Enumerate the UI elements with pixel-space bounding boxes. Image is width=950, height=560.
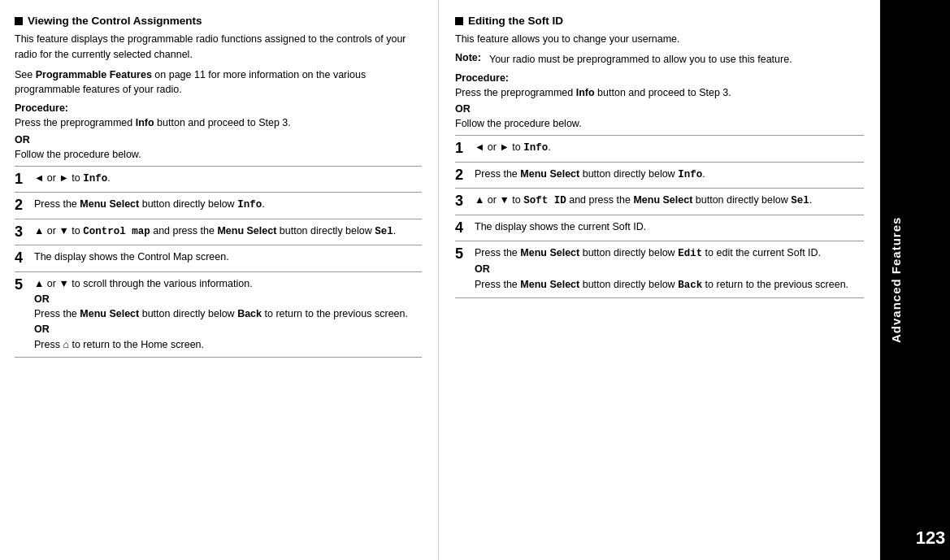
- left-column: Viewing the Control Assignments This fea…: [0, 0, 439, 560]
- step-num: 5: [15, 271, 34, 357]
- step-num: 1: [455, 136, 475, 163]
- left-or1: OR: [15, 134, 422, 145]
- table-row: 2 Press the Menu Select button directly …: [15, 193, 422, 219]
- main-content: Viewing the Control Assignments This fea…: [0, 0, 950, 560]
- table-row: 3 ▲ or ▼ to Control map and press the Me…: [15, 219, 422, 245]
- title-marker-right: [455, 17, 463, 25]
- step-num: 4: [15, 245, 34, 272]
- step-content: The display shows the Control Map screen…: [34, 245, 422, 272]
- note-content: Your radio must be preprogrammed to allo…: [489, 52, 792, 67]
- left-proc-line2: Follow the procedure below.: [15, 147, 422, 163]
- page-number: 123: [916, 527, 946, 549]
- left-title-text: Viewing the Control Assignments: [28, 15, 202, 27]
- table-row: 2 Press the Menu Select button directly …: [455, 162, 864, 189]
- right-or1: OR: [455, 103, 864, 115]
- step-content: Press the Menu Select button directly be…: [34, 193, 422, 219]
- step-content: ◄ or ► to Info.: [475, 136, 864, 163]
- step-num: 3: [455, 189, 475, 215]
- left-section-title: Viewing the Control Assignments: [15, 15, 422, 27]
- right-section-title: Editing the Soft ID: [455, 15, 864, 27]
- left-proc-line1: Press the preprogrammed Info button and …: [15, 115, 422, 131]
- step-num: 2: [455, 162, 475, 189]
- right-intro: This feature allows you to change your u…: [455, 32, 864, 47]
- left-intro: This feature displays the programmable r…: [15, 32, 422, 63]
- step-num: 4: [455, 215, 475, 241]
- step-num: 1: [15, 166, 34, 193]
- right-column: Editing the Soft ID This feature allows …: [439, 0, 880, 560]
- table-row: 1 ◄ or ► to Info.: [455, 136, 864, 163]
- step-content: Press the Menu Select button directly be…: [475, 162, 864, 189]
- table-row: 4 The display shows the current Soft ID.: [455, 215, 864, 241]
- step-num: 5: [455, 241, 475, 297]
- table-row: 5 Press the Menu Select button directly …: [455, 241, 864, 297]
- note-row: Note: Your radio must be preprogrammed t…: [455, 52, 864, 67]
- step-content: ▲ or ▼ to Soft ID and press the Menu Sel…: [475, 189, 864, 215]
- note-label: Note:: [455, 52, 481, 67]
- table-row: 5 ▲ or ▼ to scroll through the various i…: [15, 271, 422, 357]
- step-content: ▲ or ▼ to Control map and press the Menu…: [34, 219, 422, 245]
- step-content: ◄ or ► to Info.: [34, 166, 422, 193]
- left-procedure-label: Procedure:: [15, 102, 422, 114]
- right-steps-table: 1 ◄ or ► to Info. 2 Press the Menu Selec…: [455, 135, 864, 298]
- table-row: 4 The display shows the Control Map scre…: [15, 245, 422, 272]
- sidebar-tab: Advanced Features: [880, 0, 911, 560]
- right-title-text: Editing the Soft ID: [468, 15, 563, 27]
- right-proc-line1: Press the preprogrammed Info button and …: [455, 85, 864, 101]
- step-content: ▲ or ▼ to scroll through the various inf…: [34, 271, 422, 357]
- step-num: 3: [15, 219, 34, 245]
- left-steps-table: 1 ◄ or ► to Info. 2 Press the Menu Selec…: [15, 166, 422, 358]
- step-num: 2: [15, 193, 34, 219]
- right-proc-line2: Follow the procedure below.: [455, 116, 864, 132]
- left-see-text: See Programmable Features on page 11 for…: [15, 67, 422, 98]
- right-procedure-label: Procedure:: [455, 72, 864, 84]
- table-row: 1 ◄ or ► to Info.: [15, 166, 422, 193]
- page-number-box: 123: [911, 0, 950, 560]
- step-content: The display shows the current Soft ID.: [475, 215, 864, 241]
- title-marker: [15, 17, 23, 25]
- table-row: 3 ▲ or ▼ to Soft ID and press the Menu S…: [455, 189, 864, 215]
- sidebar-label: Advanced Features: [889, 217, 903, 343]
- step-content: Press the Menu Select button directly be…: [475, 241, 864, 297]
